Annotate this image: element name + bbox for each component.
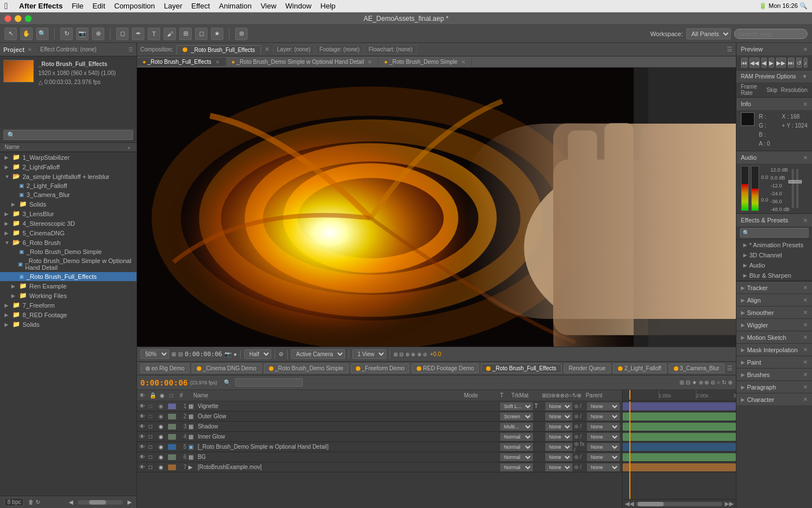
layer-row-4[interactable]: 👁 □ ◉ 4 ▦ Inner Glow Normal None ⊛ / Non… [137,432,622,442]
info-close[interactable]: ✕ [803,101,807,107]
comp-tab-active[interactable]: _Roto Brush_Full_Effects [176,45,261,54]
layer-mode-select[interactable]: Soft L... [500,402,533,410]
tree-item-roto_demo_optional[interactable]: ▶ ▣ _Roto Brush_Demo Simple w Optional H… [0,256,136,272]
timeline-tab-roto-simple[interactable]: _Roto Brush_Demo Simple [264,364,348,373]
tracker-close[interactable]: ✕ [803,284,807,291]
footage-panel-tab[interactable]: Footage: (none) [316,45,364,54]
vis-icon[interactable]: 👁 [139,403,147,409]
preview-play[interactable]: ▶ [769,58,774,68]
tool-text[interactable]: T [148,28,160,40]
smoother-section[interactable]: ▶ Smoother ✕ [736,306,812,318]
vis-icon[interactable]: 👁 [139,454,147,460]
effect-controls-tab[interactable]: Effect Controls: (none) [40,46,96,52]
lock-icon[interactable]: □ [149,423,157,430]
view-mode-select[interactable]: 1 View [352,349,386,359]
paint-section[interactable]: ▶ Paint ✕ [736,356,812,368]
menu-window[interactable]: Window [285,2,311,10]
menu-animation[interactable]: Animation [219,2,251,10]
tree-item-4_stereoscopic[interactable]: ▶ 📁 4_Stereoscopic 3D [0,218,136,228]
solo-icon[interactable]: ◉ [158,444,166,450]
layer-parent-select[interactable]: None [587,453,620,461]
lock-icon[interactable]: □ [149,413,157,419]
effects-presets-close[interactable]: ✕ [803,217,807,224]
layer-trkmat-select[interactable]: None [545,443,572,451]
tree-item-ren_example[interactable]: ▶ 📁 Ren Example [0,281,136,291]
timeline-tab-roto-full[interactable]: _Roto Brush_Full_Effects [481,364,561,373]
lock-icon[interactable]: □ [149,433,157,440]
preview-first[interactable]: ⏮ [741,58,748,68]
timeline-tab-freeform[interactable]: _Freeform Demo [351,364,410,373]
vis-icon[interactable]: 👁 [139,444,147,450]
effects-search-input[interactable] [740,228,809,238]
smoother-close[interactable]: ✕ [803,309,807,316]
tree-item-7_freeform[interactable]: ▶ 📁 7_Freeform [0,300,136,310]
tool-hand[interactable]: ✋ [20,28,33,40]
layer-parent-select[interactable]: None [587,433,620,441]
layer-mode-select[interactable]: Normal [500,433,533,441]
paragraph-section[interactable]: ▶ Paragraph ✕ [736,380,812,393]
menu-effect[interactable]: Effect [191,2,210,10]
scrollbar-thumb[interactable] [638,502,664,506]
wiggler-section[interactable]: ▶ Wiggler ✕ [736,318,812,331]
timeline-tab-camera-blur[interactable]: 3_Camera_Blur [669,364,725,373]
apple-menu[interactable]:  [5,1,8,11]
align-section[interactable]: ▶ Align ✕ [736,294,812,306]
scroll-right[interactable]: ▶ [127,499,132,505]
layer-row-3[interactable]: 👁 □ ◉ 3 ▦ Shadow Multi... None ⊛ / None [137,422,622,432]
layer-mode-select[interactable]: Normal [500,453,533,461]
effects-item-blur-sharpen[interactable]: ▶ Blur & Sharpen [736,270,812,281]
layer-row-5[interactable]: 👁 □ ◉ 5 ▣ [_Roto Brush_Demo Simple w Opt… [137,442,622,452]
project-file-tree[interactable]: ▶ 📁 1_WarpStabilizer ▶ 📁 2_LightFalloff … [0,152,136,496]
zoom-select[interactable]: 50% [140,349,169,359]
fader-knob-2[interactable] [793,180,802,183]
tree-item-solids-1[interactable]: ▶ 📁 Solids [0,199,136,209]
tool-puppet[interactable]: ⊛ [235,28,248,40]
solo-icon[interactable]: ◉ [158,423,166,430]
timeline-tab-red[interactable]: RED Footage Demo [412,364,479,373]
tree-item-6_roto_brush[interactable]: ▼ 📂 6_Roto Brush [0,238,136,247]
tab-close[interactable]: ✕ [368,59,372,65]
motion-sketch-section[interactable]: ▶ Motion Sketch ✕ [736,331,812,343]
tree-item-1_warpstabilizer[interactable]: ▶ 📁 1_WarpStabilizer [0,152,136,162]
tool-rotate[interactable]: ↻ [60,28,73,40]
tool-zoom[interactable]: 🔍 [36,28,48,40]
vis-icon[interactable]: 👁 [139,423,147,430]
timeline-tab-render-queue[interactable]: Render Queue [564,364,611,373]
timeline-search-input[interactable] [235,378,303,387]
tree-item-3_camera_blur[interactable]: ▶ ▣ 3_Camera_Blur [0,190,136,199]
layer-parent-select[interactable]: None [587,413,620,421]
menu-view[interactable]: View [261,2,276,10]
vis-icon[interactable]: 👁 [139,433,147,440]
tool-eraser[interactable]: ◻ [195,28,208,40]
effects-item-animation-presets[interactable]: ▶ * Animation Presets [736,240,812,250]
tree-item-roto_demo_simple[interactable]: ▶ ▣ _Roto Brush_Demo Simple [0,247,136,256]
layer-trkmat-select[interactable]: None [545,453,572,461]
close-button[interactable] [5,15,11,22]
tree-item-5_cinemadng[interactable]: ▶ 📁 5_CinemaDNG [0,228,136,238]
project-tab[interactable]: Project [3,46,24,53]
lock-icon[interactable]: □ [149,403,157,409]
layer-trkmat-select[interactable]: None [545,433,572,441]
menu-edit[interactable]: Edit [92,2,105,10]
mask-interpolation-section[interactable]: ▶ Mask Interpolation ✕ [736,343,812,356]
tree-item-2_light_falloff[interactable]: ▶ ▣ 2_Light_Falloff [0,181,136,190]
effects-item-audio[interactable]: ▶ Audio [736,260,812,270]
timeline-tab-video-rig[interactable]: eo Rig Demo [140,364,189,373]
solo-icon[interactable]: ◉ [158,433,166,440]
align-close[interactable]: ✕ [803,297,807,303]
layer-parent-select[interactable]: None [587,402,620,410]
timeline-tab-light-falloff[interactable]: 2_Light_Falloff [613,364,666,373]
mask-interp-close[interactable]: ✕ [803,347,807,353]
preview-prev[interactable]: ◀ [761,58,767,68]
tool-brush[interactable]: 🖌 [164,28,176,40]
minimize-button[interactable] [15,15,21,22]
motion-sketch-close[interactable]: ✕ [803,334,807,340]
layer-mode-select[interactable]: Multi... [500,423,533,431]
maximize-button[interactable] [25,15,32,22]
scroll-to-start[interactable]: ◀◀ [625,500,634,507]
lock-icon[interactable]: □ [149,444,157,450]
effects-item-3d-channel[interactable]: ▶ 3D Channel [736,250,812,260]
layer-trkmat-select[interactable]: None [545,413,572,421]
tree-item-2a_simple[interactable]: ▼ 📂 2a_simple Lightfalloff + lensblur [0,172,136,181]
tree-item-roto_full_effects[interactable]: ▶ ▣ _Roto Brush_Full_Effects [0,272,136,281]
